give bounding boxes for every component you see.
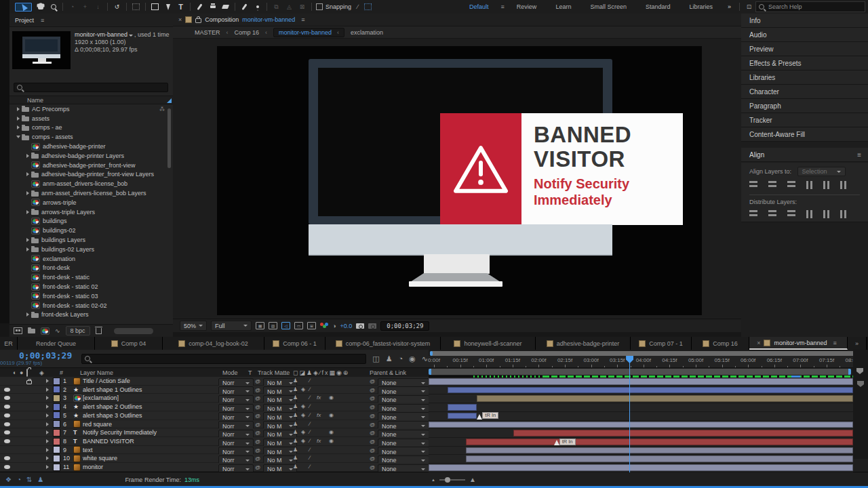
eye-icon[interactable] <box>4 388 10 392</box>
parent-pickwhip-icon[interactable]: @ <box>370 455 375 462</box>
layer-row[interactable]: 5★alert shape 3 OutlinesNorr@No M♟◈∕fx◉@… <box>0 411 429 420</box>
timeline-tab-comp-07-1[interactable]: Comp 07 - 1 <box>631 337 692 350</box>
align-panel-header[interactable]: Align ≡ <box>741 148 868 162</box>
expand-arrow-icon[interactable] <box>46 403 49 410</box>
work-area-bar[interactable] <box>429 369 851 375</box>
layer-marker[interactable]: tR In <box>554 439 576 445</box>
label-chip[interactable] <box>53 378 60 384</box>
tree-item[interactable]: front-desk <box>9 264 173 273</box>
rectangle-tool-icon[interactable] <box>150 2 160 12</box>
label-chip[interactable] <box>53 438 60 445</box>
tree-item[interactable]: comps - assets <box>9 132 173 142</box>
distribute-bottom-icon[interactable] <box>787 210 795 212</box>
lock-icon[interactable] <box>195 18 201 23</box>
video-switch[interactable] <box>4 455 10 462</box>
effects-switch[interactable]: fx <box>317 412 321 418</box>
expand-arrow-icon[interactable] <box>24 238 31 242</box>
pixel-aspect-icon[interactable]: ⊞ <box>307 322 316 329</box>
snap-region-icon[interactable] <box>364 3 372 10</box>
eye-icon[interactable] <box>4 422 10 426</box>
zoom-in-mountain-icon[interactable]: ▲ <box>469 476 476 483</box>
layer-duration-bar[interactable] <box>448 413 477 420</box>
label-chip[interactable] <box>53 394 60 401</box>
project-columns-header[interactable]: Name <box>9 96 173 104</box>
label-chip[interactable] <box>53 403 60 410</box>
tree-item[interactable]: front-desk - static <box>9 272 173 282</box>
layer-duration-bar[interactable] <box>429 378 853 385</box>
project-scrollbar[interactable] <box>167 108 171 168</box>
new-composition-icon[interactable] <box>41 327 50 335</box>
interpret-footage-icon[interactable] <box>14 327 22 334</box>
video-switch[interactable] <box>4 429 10 436</box>
timeline-zoom-control[interactable]: ▲ ▲ <box>431 476 476 483</box>
lock-icon[interactable] <box>26 380 32 384</box>
snapshot-icon[interactable] <box>356 323 364 329</box>
workspace-switcher-icon[interactable]: ⊡ <box>744 2 754 12</box>
lock-switch[interactable] <box>26 378 32 384</box>
breadcrumb-item[interactable]: MASTER <box>195 29 220 36</box>
tree-item[interactable]: adhesive-badge-printer <box>9 142 173 151</box>
video-switch[interactable] <box>4 394 10 401</box>
panel-menu-icon[interactable]: ≡ <box>301 16 304 23</box>
layer-name-column-label[interactable]: Layer Name <box>80 369 113 376</box>
tree-item[interactable]: adhesive-badge-printer Layers <box>9 151 173 161</box>
quality-switch[interactable]: ∕ <box>309 386 310 392</box>
pen-tool-icon[interactable] <box>163 2 173 12</box>
close-icon[interactable]: × <box>178 16 182 23</box>
expand-arrow-icon[interactable] <box>24 312 31 317</box>
collapse-switch[interactable]: ◈ <box>301 386 305 392</box>
panel-menu-icon[interactable]: ≡ <box>833 340 837 346</box>
shy-switch[interactable]: ♟ <box>293 378 298 384</box>
panel-tab-paragraph[interactable]: Paragraph <box>741 99 868 113</box>
label-chip[interactable] <box>53 455 60 462</box>
switches-column-icons[interactable]: ◻◪♟◈∕fx▦◉⊕ <box>293 369 349 376</box>
snapping-group[interactable]: Snapping ∕ <box>316 2 372 12</box>
transparency-grid-icon[interactable]: ▨ <box>269 322 277 329</box>
layer-duration-bar[interactable] <box>513 430 853 436</box>
expand-arrow-icon[interactable] <box>24 191 31 195</box>
roto-brush-tool-icon[interactable] <box>239 2 250 12</box>
project-settings-icon[interactable]: ∿ <box>55 327 60 334</box>
parent-link-column-label[interactable]: Parent & Link <box>370 369 406 376</box>
timeline-tab-comp-16[interactable]: Comp 16 <box>692 337 749 350</box>
video-switch[interactable] <box>4 412 10 419</box>
pan-camera-tool-icon[interactable]: + <box>80 2 90 12</box>
tree-item[interactable]: front-desk - static 02 <box>9 282 173 291</box>
quality-switch[interactable]: ∕ <box>309 421 310 427</box>
video-switch[interactable] <box>4 421 10 428</box>
align-top-icon[interactable] <box>806 181 808 189</box>
playhead-line[interactable] <box>629 356 630 472</box>
matte-pickwhip-icon[interactable]: @ <box>255 447 260 453</box>
matte-pickwhip-icon[interactable]: @ <box>255 422 260 428</box>
motion-blur-switch[interactable]: ◉ <box>329 438 334 444</box>
parent-pickwhip-icon[interactable]: @ <box>370 387 375 393</box>
matte-pickwhip-icon[interactable]: @ <box>255 378 260 384</box>
collapse-switch[interactable]: ◈ <box>301 438 305 444</box>
video-switch[interactable] <box>4 464 10 470</box>
panel-menu-icon[interactable]: ≡ <box>857 151 861 159</box>
project-search-field[interactable] <box>14 83 168 92</box>
layer-track[interactable] <box>429 429 853 438</box>
exposure-reset-icon[interactable]: ◑ <box>332 323 336 329</box>
timeline-search-field[interactable] <box>81 354 366 364</box>
layer-name[interactable]: monitor <box>83 464 103 470</box>
composition-flowchart-icon[interactable]: ◫ <box>372 354 379 363</box>
layer-row[interactable]: 11monitorNorr@No M♟∕@None <box>0 463 429 472</box>
expand-arrow-icon[interactable] <box>46 412 49 419</box>
label-chip[interactable] <box>53 412 60 419</box>
layer-row[interactable]: 3[exclamation]Norr@No M♟∕fx◉@None <box>0 394 429 403</box>
layer-track[interactable] <box>429 403 853 412</box>
comp-marker-bin-icon[interactable] <box>856 368 863 374</box>
parent-pickwhip-icon[interactable]: @ <box>370 447 375 453</box>
shy-switch[interactable]: ♟ <box>293 429 298 435</box>
expand-arrow-icon[interactable] <box>46 394 49 401</box>
timeline-tab-comp-04[interactable]: Comp 04 <box>95 337 163 350</box>
layer-row[interactable]: 7TNotify Security ImmediatelyNorr@No M♟◈… <box>0 428 429 437</box>
layer-duration-bar[interactable] <box>429 464 853 471</box>
delete-icon[interactable] <box>96 328 102 334</box>
lock-column-icon[interactable] <box>26 369 28 376</box>
shy-toggle-icon[interactable]: ♟ <box>37 476 43 483</box>
quality-switch[interactable]: ∕ <box>309 455 310 461</box>
video-switch[interactable] <box>4 403 10 410</box>
workspace-learn[interactable]: Learn <box>555 3 571 10</box>
